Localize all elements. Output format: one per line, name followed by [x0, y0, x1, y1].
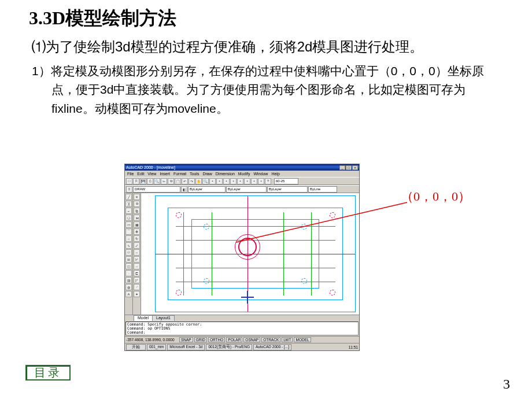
- maximize-button[interactable]: □: [346, 165, 352, 170]
- layer-prop-icon[interactable]: ◧: [181, 186, 187, 193]
- lineweight-dropdown[interactable]: [267, 186, 308, 193]
- model-toggle[interactable]: MODEL: [294, 337, 311, 342]
- text-icon[interactable]: A: [125, 291, 132, 297]
- color-dropdown[interactable]: [188, 186, 226, 193]
- paste-icon[interactable]: 📋: [175, 178, 181, 184]
- menu-item[interactable]: Modify: [238, 172, 250, 176]
- osnap-toggle[interactable]: OSNAP: [243, 337, 260, 342]
- mirror-icon[interactable]: ⧎: [134, 208, 140, 214]
- menu-item[interactable]: Dimension: [216, 172, 235, 176]
- linetype-dropdown[interactable]: [226, 186, 267, 193]
- open-icon[interactable]: ⎘: [133, 178, 139, 184]
- modify-toolbar: ✕ ⧉ ⧎ ⫘ ▦ ✥ ↻ ⤢ ↔ ⊬ → ⊏ ◸ ◜ ✶: [133, 193, 141, 315]
- arc-icon[interactable]: ⌒: [125, 228, 132, 235]
- app-title: AutoCAD 2000 - [moveline]: [126, 165, 175, 169]
- command-input[interactable]: [274, 178, 298, 184]
- copy-icon[interactable]: ⧉: [168, 178, 174, 184]
- otrack-toggle[interactable]: OTRACK: [261, 337, 280, 342]
- chamfer-icon[interactable]: ◸: [134, 277, 140, 283]
- layer-dropdown[interactable]: [133, 186, 180, 193]
- tray-clock: 11:51: [349, 345, 358, 349]
- tool-icon[interactable]: •: [244, 178, 250, 184]
- array-icon[interactable]: ▦: [134, 221, 140, 228]
- block-icon[interactable]: ◫: [125, 263, 132, 269]
- drawing-area[interactable]: [141, 193, 359, 315]
- zoom-icon[interactable]: 🔍: [202, 178, 209, 184]
- preview-icon[interactable]: 🔍: [154, 178, 160, 184]
- undo-icon[interactable]: ↶: [182, 178, 188, 184]
- polygon-icon[interactable]: ⬠: [125, 215, 132, 221]
- start-button[interactable]: 开始: [126, 344, 146, 350]
- tab-layout1[interactable]: Layout1: [152, 315, 175, 321]
- ellipse-icon[interactable]: ⬭: [125, 249, 132, 256]
- erase-icon[interactable]: ✕: [134, 194, 140, 200]
- hatch-icon[interactable]: ▨: [125, 277, 132, 283]
- cut-icon[interactable]: ✂: [161, 178, 167, 184]
- tool-icon[interactable]: •: [258, 178, 264, 184]
- tool-icon[interactable]: •: [230, 178, 237, 184]
- snap-toggle[interactable]: SNAP: [179, 337, 193, 342]
- lwt-toggle[interactable]: LWT: [282, 337, 293, 342]
- move-icon[interactable]: ✥: [134, 228, 140, 235]
- circle-icon[interactable]: ○: [125, 235, 132, 242]
- line-icon[interactable]: ╱: [125, 194, 132, 200]
- menu-item[interactable]: Format: [173, 172, 186, 176]
- polyline-icon[interactable]: ⌐: [125, 208, 132, 214]
- spline-icon[interactable]: ∿: [125, 242, 132, 249]
- print-icon[interactable]: ⎙: [147, 178, 153, 184]
- close-button[interactable]: ×: [352, 165, 358, 170]
- toc-button[interactable]: 目录: [25, 365, 71, 380]
- menu-item[interactable]: Insert: [160, 172, 170, 176]
- layout-tabs: Model Layout1: [125, 315, 359, 321]
- menu-item[interactable]: Draw: [202, 172, 212, 176]
- rectangle-icon[interactable]: ▭: [125, 221, 132, 228]
- grid-toggle[interactable]: GRID: [194, 337, 207, 342]
- redo-icon[interactable]: ↷: [189, 178, 195, 184]
- tool-icon[interactable]: •: [216, 178, 223, 184]
- insert-icon[interactable]: ⊞: [125, 256, 132, 263]
- help-icon[interactable]: ?: [265, 178, 271, 184]
- tool-icon[interactable]: •: [209, 178, 216, 184]
- save-icon[interactable]: 💾: [140, 178, 146, 184]
- menu-item[interactable]: Edit: [137, 172, 144, 176]
- point-icon[interactable]: ·: [125, 270, 132, 276]
- pan-icon[interactable]: ✋: [195, 178, 202, 184]
- taskbar-item[interactable]: 001_mm: [147, 344, 166, 350]
- tool-icon[interactable]: •: [223, 178, 230, 184]
- extend-icon[interactable]: →: [134, 263, 140, 269]
- slide-title: 3.3D模型绘制方法: [0, 0, 532, 36]
- taskbar-item[interactable]: Microsoft Excel - 3d: [167, 344, 205, 350]
- taskbar-item[interactable]: AutoCAD 2000 - [...]: [253, 344, 291, 350]
- region-icon[interactable]: ◍: [125, 284, 132, 290]
- tab-model[interactable]: Model: [134, 315, 153, 321]
- menu-item[interactable]: Window: [253, 172, 268, 176]
- stretch-icon[interactable]: ↔: [134, 249, 140, 256]
- tool-icon[interactable]: •: [251, 178, 257, 184]
- break-icon[interactable]: ⊏: [134, 270, 140, 276]
- origin-annotation: （0，0，0）: [401, 188, 471, 205]
- coord-readout: -357.4608, 138.8990, 0.0000: [126, 338, 178, 342]
- tool-icon[interactable]: •: [237, 178, 243, 184]
- xline-icon[interactable]: ╳: [125, 201, 132, 207]
- copy-obj-icon[interactable]: ⧉: [134, 201, 140, 207]
- menu-item[interactable]: Tools: [190, 172, 199, 176]
- command-window[interactable]: Command: Specify opposite corner: Comman…: [125, 322, 359, 335]
- explode-icon[interactable]: ✶: [134, 291, 140, 297]
- scale-icon[interactable]: ⤢: [134, 242, 140, 249]
- mold-drawing: [155, 195, 356, 312]
- trim-icon[interactable]: ⊬: [134, 256, 140, 263]
- properties-toolbar: ≡ ◧: [125, 185, 359, 193]
- menu-item[interactable]: View: [147, 172, 156, 176]
- taskbar-item[interactable]: 0012(京商号) - Pro/ENG: [206, 344, 252, 350]
- layer-icon[interactable]: ≡: [126, 186, 132, 193]
- menu-item[interactable]: File: [127, 172, 134, 176]
- ortho-toggle[interactable]: ORTHO: [208, 337, 225, 342]
- plotstyle-dropdown[interactable]: [308, 186, 337, 193]
- polar-toggle[interactable]: POLAR: [226, 337, 242, 342]
- new-icon[interactable]: □: [126, 178, 132, 184]
- minimize-button[interactable]: _: [339, 165, 345, 170]
- rotate-icon[interactable]: ↻: [134, 235, 140, 242]
- menu-item[interactable]: Help: [271, 172, 279, 176]
- offset-icon[interactable]: ⫘: [134, 215, 140, 221]
- fillet-icon[interactable]: ◜: [134, 284, 140, 290]
